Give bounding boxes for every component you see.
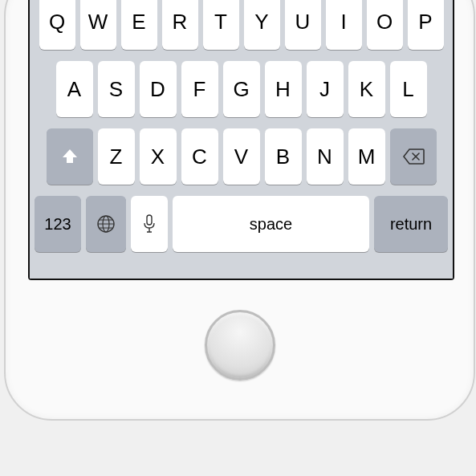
key-s[interactable]: S — [98, 61, 135, 117]
key-j[interactable]: J — [307, 61, 344, 117]
globe-icon — [96, 214, 116, 234]
space-key[interactable]: space — [173, 196, 369, 252]
keyboard-row-3: Z X C V B N M — [35, 128, 448, 185]
key-h[interactable]: H — [265, 61, 302, 117]
key-v[interactable]: V — [223, 128, 260, 185]
key-m[interactable]: M — [348, 128, 385, 185]
key-t[interactable]: T — [203, 0, 239, 50]
key-x[interactable]: X — [140, 128, 177, 185]
svg-rect-2 — [147, 215, 152, 225]
mic-icon — [142, 214, 157, 234]
shift-icon — [60, 147, 79, 166]
globe-key[interactable] — [86, 196, 126, 252]
key-y[interactable]: Y — [244, 0, 280, 50]
key-b[interactable]: B — [265, 128, 302, 185]
key-u[interactable]: U — [285, 0, 321, 50]
key-e[interactable]: E — [121, 0, 157, 50]
return-key[interactable]: return — [374, 196, 448, 252]
iphone-device-frame: Q W E R T Y U I O P A S D F G H J K L — [4, 0, 475, 421]
key-z[interactable]: Z — [98, 128, 135, 185]
screen-area: Q W E R T Y U I O P A S D F G H J K L — [28, 0, 454, 280]
key-f[interactable]: F — [181, 61, 218, 117]
key-c[interactable]: C — [181, 128, 218, 185]
backspace-key[interactable] — [390, 128, 437, 185]
key-n[interactable]: N — [307, 128, 344, 185]
numeric-switch-key[interactable]: 123 — [35, 196, 81, 252]
keyboard-row-4: 123 space return — [35, 196, 448, 252]
key-a[interactable]: A — [56, 61, 93, 117]
key-k[interactable]: K — [348, 61, 385, 117]
key-i[interactable]: I — [326, 0, 362, 50]
keyboard-row-2: A S D F G H J K L — [35, 61, 448, 117]
ios-keyboard: Q W E R T Y U I O P A S D F G H J K L — [30, 0, 453, 279]
key-r[interactable]: R — [162, 0, 198, 50]
dictation-key[interactable] — [131, 196, 168, 252]
key-g[interactable]: G — [223, 61, 260, 117]
key-o[interactable]: O — [367, 0, 403, 50]
key-q[interactable]: Q — [39, 0, 75, 50]
key-d[interactable]: D — [140, 61, 177, 117]
home-button[interactable] — [205, 310, 275, 380]
backspace-icon — [402, 148, 425, 165]
keyboard-row-1: Q W E R T Y U I O P — [35, 0, 448, 50]
key-w[interactable]: W — [80, 0, 116, 50]
key-p[interactable]: P — [408, 0, 444, 50]
key-l[interactable]: L — [390, 61, 427, 117]
shift-key[interactable] — [47, 128, 93, 185]
